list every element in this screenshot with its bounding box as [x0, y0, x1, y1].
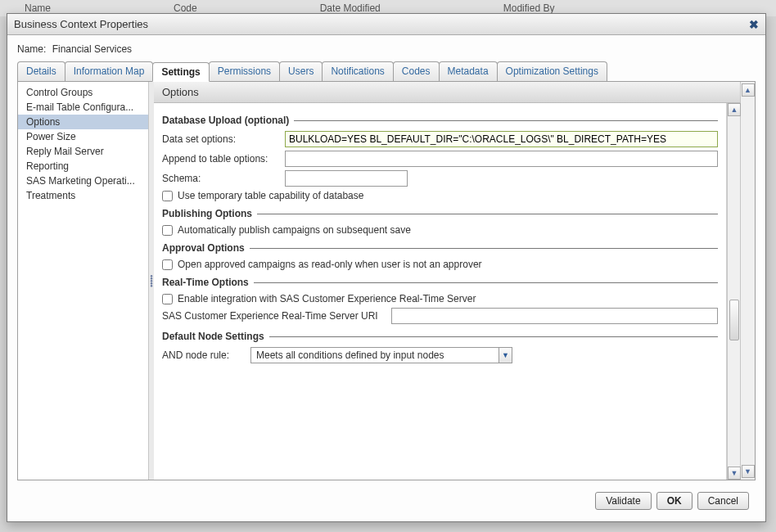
- outer-scroll-up-icon[interactable]: ▲: [742, 83, 755, 97]
- section-database-upload: Database Upload (optional): [162, 115, 718, 126]
- scroll-down-arrow-icon[interactable]: ▼: [728, 467, 741, 480]
- name-row: Name: Financial Services: [17, 43, 756, 55]
- dialog-body: Name: Financial Services Details Informa…: [7, 35, 765, 521]
- tab-optimization-settings[interactable]: Optimization Settings: [497, 61, 607, 81]
- data-set-options-input[interactable]: [285, 131, 718, 147]
- name-value: Financial Services: [52, 43, 132, 55]
- tab-details[interactable]: Details: [17, 61, 65, 81]
- sidebar-item-sas-marketing[interactable]: SAS Marketing Operati...: [18, 174, 148, 188]
- chevron-down-icon[interactable]: ▼: [499, 348, 512, 363]
- outer-scroll-down-icon[interactable]: ▼: [742, 465, 755, 478]
- realtime-uri-input[interactable]: [391, 308, 718, 324]
- settings-row: Control Groups E-mail Table Configura...…: [18, 82, 755, 480]
- tab-codes[interactable]: Codes: [393, 61, 440, 81]
- approval-readonly-label: Open approved campaigns as read-only whe…: [178, 259, 482, 270]
- dialog-title: Business Context Properties: [14, 18, 148, 30]
- scroll-up-arrow-icon[interactable]: ▲: [728, 103, 741, 116]
- section-publishing: Publishing Options: [162, 208, 718, 219]
- and-rule-select[interactable]: Meets all conditions defined by input no…: [250, 347, 512, 363]
- and-rule-value: Meets all conditions defined by input no…: [251, 349, 499, 361]
- splitter-grip-icon: ●●●●●: [150, 275, 153, 287]
- sidebar-item-control-groups[interactable]: Control Groups: [18, 85, 148, 100]
- tab-settings[interactable]: Settings: [152, 62, 209, 82]
- scroll-thumb[interactable]: [729, 300, 739, 340]
- ok-button[interactable]: OK: [656, 492, 693, 510]
- inner-vertical-scrollbar[interactable]: ▲ ▼: [727, 103, 740, 480]
- sidebar-item-email-table[interactable]: E-mail Table Configura...: [18, 100, 148, 115]
- dialog-titlebar[interactable]: Business Context Properties ✖: [7, 14, 765, 35]
- options-body: Database Upload (optional) Data set opti…: [154, 103, 727, 480]
- and-rule-label: AND node rule:: [162, 349, 244, 361]
- approval-readonly-checkbox[interactable]: [162, 259, 173, 270]
- auto-publish-label: Automatically publish campaigns on subse…: [178, 224, 411, 236]
- bg-col-modby: Modified By: [503, 2, 555, 14]
- tab-metadata[interactable]: Metadata: [439, 61, 498, 81]
- section-realtime: Real-Time Options: [162, 277, 718, 288]
- outer-vertical-scrollbar[interactable]: ▲ ▼: [740, 82, 755, 480]
- data-set-options-label: Data set options:: [162, 133, 285, 145]
- bg-col-date: Date Modified: [320, 2, 381, 14]
- sidebar-item-reply-mail[interactable]: Reply Mail Server: [18, 144, 148, 159]
- enable-realtime-checkbox[interactable]: [162, 294, 173, 304]
- tab-information-map[interactable]: Information Map: [65, 61, 154, 81]
- name-label: Name:: [17, 43, 46, 55]
- schema-label: Schema:: [162, 173, 285, 184]
- append-options-label: Append to table options:: [162, 153, 285, 165]
- cancel-button[interactable]: Cancel: [697, 492, 749, 510]
- pane-header: Options: [154, 82, 740, 103]
- bg-col-name: Name: [25, 2, 51, 14]
- temp-table-checkbox[interactable]: [162, 191, 173, 201]
- sidebar-item-options[interactable]: Options: [18, 115, 148, 129]
- temp-table-label: Use temporary table capability of databa…: [178, 190, 363, 201]
- enable-realtime-label: Enable integration with SAS Customer Exp…: [178, 293, 476, 304]
- tab-bar: Details Information Map Settings Permiss…: [17, 61, 756, 82]
- auto-publish-checkbox[interactable]: [162, 225, 173, 236]
- validate-button[interactable]: Validate: [595, 492, 651, 510]
- content-pane: Options Database Upload (optional) Data …: [154, 82, 740, 480]
- section-default-node: Default Node Settings: [162, 331, 718, 342]
- dialog-footer: Validate OK Cancel: [17, 487, 756, 515]
- sidebar-item-power-size[interactable]: Power Size: [18, 129, 148, 144]
- properties-dialog: Business Context Properties ✖ Name: Fina…: [7, 13, 766, 522]
- section-approval: Approval Options: [162, 242, 718, 254]
- settings-container: Control Groups E-mail Table Configura...…: [17, 82, 756, 480]
- tab-notifications[interactable]: Notifications: [322, 61, 393, 81]
- sidebar-item-reporting[interactable]: Reporting: [18, 159, 148, 174]
- schema-input[interactable]: [285, 170, 408, 187]
- tab-permissions[interactable]: Permissions: [209, 61, 280, 81]
- settings-sidebar: Control Groups E-mail Table Configura...…: [18, 82, 149, 480]
- close-icon[interactable]: ✖: [749, 18, 759, 31]
- append-options-input[interactable]: [285, 151, 718, 167]
- tab-users[interactable]: Users: [279, 61, 323, 81]
- realtime-uri-label: SAS Customer Experience Real-Time Server…: [162, 310, 391, 322]
- bg-col-code: Code: [174, 2, 197, 14]
- sidebar-item-treatments[interactable]: Treatments: [18, 188, 148, 203]
